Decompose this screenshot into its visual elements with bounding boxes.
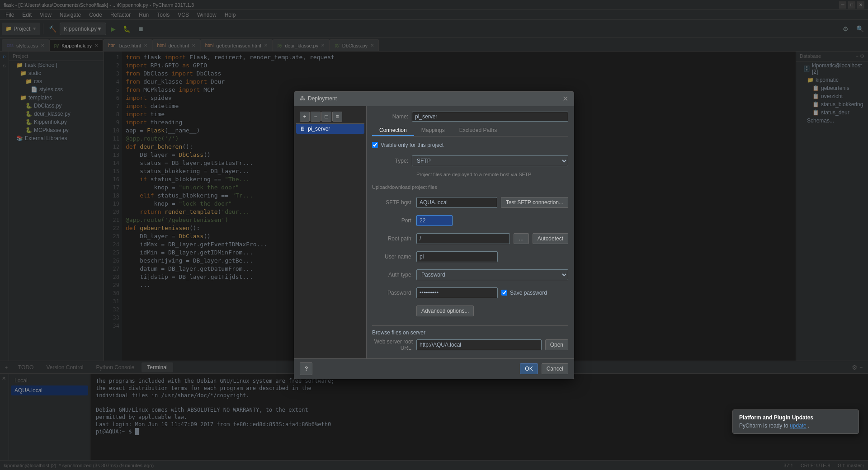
dialog-layout: + − □ ≡ 🖥 pi_server Name: <box>294 106 574 358</box>
tab-connection[interactable]: Connection <box>372 125 414 136</box>
autodetect-button[interactable]: Autodetect <box>533 233 568 244</box>
notification-update-link[interactable]: update <box>790 423 807 429</box>
test-sftp-button[interactable]: Test SFTP connection... <box>501 197 568 208</box>
dialog-server-toolbar: + − □ ≡ <box>296 110 364 124</box>
deployment-dialog: 🖧 Deployment ✕ + − □ ≡ 🖥 pi_server <box>294 91 574 379</box>
notification-suffix: . <box>808 423 809 429</box>
move-server-button[interactable]: ≡ <box>332 112 342 122</box>
root-path-input[interactable] <box>416 233 510 244</box>
footer-buttons: OK Cancel <box>520 363 568 374</box>
visible-only-label: Visible only for this project <box>381 142 443 148</box>
tab-label: Connection <box>379 127 407 133</box>
notification-popup: Platform and Plugin Updates PyCharm is r… <box>732 409 859 434</box>
port-row: Port: <box>372 215 568 226</box>
modal-title: 🖧 Deployment <box>300 95 337 102</box>
username-row: User name: <box>372 251 568 262</box>
name-row: Name: <box>372 112 568 122</box>
dialog-tabs: Connection Mappings Excluded Paths <box>372 125 568 136</box>
advanced-options-button[interactable]: Advanced options... <box>416 306 474 316</box>
type-label: Type: <box>372 158 408 164</box>
type-select[interactable]: SFTP <box>412 155 568 166</box>
save-password-label: Save password <box>510 290 547 296</box>
dialog-footer: ? OK Cancel <box>294 358 574 379</box>
copy-server-button[interactable]: □ <box>321 112 331 122</box>
username-input[interactable] <box>416 251 498 262</box>
browse-title: Browse files on server <box>372 329 568 336</box>
cancel-button[interactable]: Cancel <box>542 363 568 374</box>
password-row: Password: Save password <box>372 287 568 298</box>
username-label: User name: <box>372 254 413 260</box>
web-server-row: Web server root URL: Open <box>372 338 568 351</box>
tab-label: Excluded Paths <box>459 127 497 133</box>
dialog-server-list: + − □ ≡ 🖥 pi_server <box>294 106 367 358</box>
root-path-row: Root path: … Autodetect <box>372 233 568 244</box>
notification-text: PyCharm is ready to <box>739 423 790 429</box>
modal-header: 🖧 Deployment ✕ <box>294 92 574 106</box>
browse-button[interactable]: … <box>514 233 529 244</box>
browse-section: Browse files on server Web server root U… <box>372 325 568 353</box>
ok-button[interactable]: OK <box>520 363 538 374</box>
tab-excluded-paths[interactable]: Excluded Paths <box>452 125 504 136</box>
dialog-connection-panel: Name: Connection Mappings Excluded Paths <box>367 106 574 358</box>
name-input[interactable] <box>412 112 568 122</box>
help-button[interactable]: ? <box>300 362 312 375</box>
deployment-icon: 🖧 <box>300 95 305 102</box>
server-item-pi-server[interactable]: 🖥 pi_server <box>296 124 364 134</box>
tab-mappings[interactable]: Mappings <box>414 125 452 136</box>
web-server-label: Web server root URL: <box>372 338 413 351</box>
server-name: pi_server <box>308 126 330 132</box>
server-icon: 🖥 <box>300 126 305 132</box>
remove-server-button[interactable]: − <box>311 112 321 122</box>
sftp-host-label: SFTP hgst: <box>372 199 413 206</box>
web-server-input[interactable] <box>416 339 542 350</box>
modal-close-button[interactable]: ✕ <box>562 94 568 103</box>
visible-only-row: Visible only for this project <box>372 142 568 148</box>
password-input[interactable] <box>416 287 498 298</box>
save-password-row: Save password <box>501 290 547 296</box>
notification-title: Platform and Plugin Updates <box>739 414 852 421</box>
auth-type-label: Auth type: <box>372 272 413 278</box>
visible-only-checkbox[interactable] <box>372 142 378 148</box>
modal-overlay: 🖧 Deployment ✕ + − □ ≡ 🖥 pi_server <box>0 0 868 470</box>
advanced-options-row: Advanced options... <box>372 306 568 316</box>
sftp-host-input[interactable] <box>416 197 497 208</box>
port-input[interactable] <box>416 215 453 226</box>
tab-label: Mappings <box>421 127 445 133</box>
sftp-description: Project files are deployed to a remote h… <box>416 172 568 177</box>
sftp-host-row: SFTP hgst: Test SFTP connection... <box>372 197 568 208</box>
name-field-label: Name: <box>372 113 408 120</box>
modal-title-text: Deployment <box>308 95 337 102</box>
save-password-checkbox[interactable] <box>501 290 507 296</box>
password-label: Password: <box>372 290 413 296</box>
add-server-button[interactable]: + <box>300 112 310 122</box>
auth-type-select[interactable]: Password <box>416 269 568 280</box>
upload-section-title: Upload/download project files <box>372 184 568 190</box>
open-button[interactable]: Open <box>545 339 568 350</box>
notification-body: PyCharm is ready to update . <box>739 423 852 429</box>
port-label: Port: <box>372 217 413 224</box>
type-row: Type: SFTP <box>372 155 568 166</box>
auth-type-row: Auth type: Password <box>372 269 568 280</box>
root-path-label: Root path: <box>372 235 413 242</box>
